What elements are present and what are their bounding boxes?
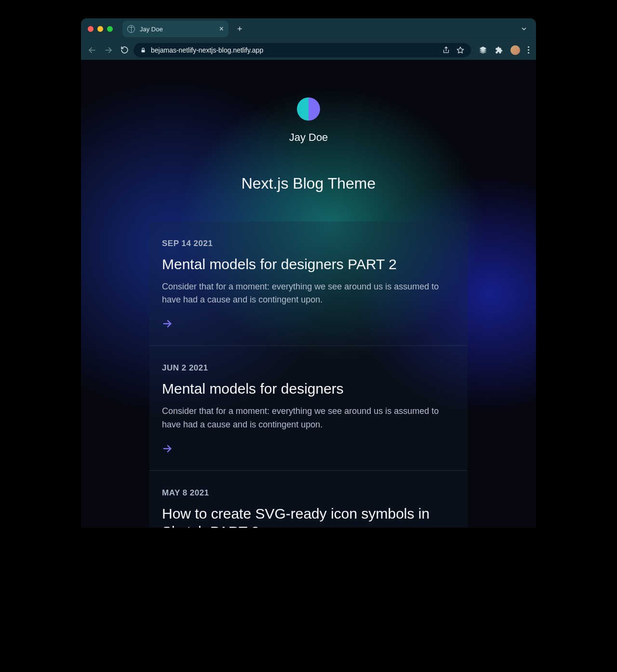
tab-bar: Jay Doe × +: [81, 18, 536, 40]
address-bar[interactable]: bejamas-netlify-nextjs-blog.netlify.app: [134, 43, 471, 57]
reload-button[interactable]: [121, 46, 129, 54]
post-date: SEP 14 2021: [162, 239, 455, 248]
profile-avatar-button[interactable]: [510, 45, 520, 55]
post-card[interactable]: SEP 14 2021 Mental models for designers …: [149, 221, 468, 345]
minimize-window-button[interactable]: [97, 26, 103, 32]
maximize-window-button[interactable]: [107, 26, 113, 32]
post-date: MAY 8 2021: [162, 488, 455, 498]
read-more-arrow-icon[interactable]: [162, 443, 173, 454]
new-tab-button[interactable]: +: [237, 24, 242, 34]
globe-icon: [127, 25, 135, 33]
browser-tab[interactable]: Jay Doe ×: [122, 21, 228, 37]
page-viewport: Jay Doe Next.js Blog Theme SEP 14 2021 M…: [81, 60, 536, 528]
profile-name: Jay Doe: [289, 131, 328, 144]
close-tab-button[interactable]: ×: [219, 25, 224, 33]
post-title: Mental models for designers: [162, 380, 455, 398]
url-text: bejamas-netlify-nextjs-blog.netlify.app: [151, 46, 438, 54]
post-card[interactable]: JUN 2 2021 Mental models for designers C…: [149, 345, 468, 470]
forward-button[interactable]: [104, 46, 113, 55]
avatar: [297, 97, 320, 121]
svg-marker-4: [457, 47, 463, 53]
read-more-arrow-icon[interactable]: [162, 318, 173, 329]
bookmark-star-icon[interactable]: [456, 46, 464, 54]
post-title: Mental models for designers PART 2: [162, 255, 455, 274]
post-excerpt: Consider that for a moment: everything w…: [162, 405, 455, 432]
post-card[interactable]: MAY 8 2021 How to create SVG-ready icon …: [149, 470, 468, 528]
back-button[interactable]: [88, 46, 96, 55]
svg-rect-2: [142, 50, 145, 52]
navigation-controls: [88, 46, 129, 55]
close-window-button[interactable]: [88, 26, 94, 32]
post-excerpt: Consider that for a moment: everything w…: [162, 280, 455, 307]
share-icon[interactable]: [443, 46, 450, 54]
lock-icon: [140, 47, 146, 53]
post-title: How to create SVG-ready icon symbols in …: [162, 505, 455, 528]
url-bar: bejamas-netlify-nextjs-blog.netlify.app: [81, 40, 536, 60]
profile-header: Jay Doe: [81, 97, 536, 144]
tab-title: Jay Doe: [140, 26, 215, 33]
traffic-lights: [88, 26, 113, 32]
extensions-icon[interactable]: [495, 46, 503, 54]
tabs-dropdown-button[interactable]: [521, 26, 527, 32]
page-title: Next.js Blog Theme: [81, 175, 536, 192]
browser-window: Jay Doe × + bejamas-netlify-nextjs-blog.…: [81, 18, 536, 528]
browser-menu-button[interactable]: [528, 46, 529, 54]
extension-buffer-icon[interactable]: [479, 46, 487, 55]
post-list: SEP 14 2021 Mental models for designers …: [149, 221, 468, 528]
post-date: JUN 2 2021: [162, 363, 455, 373]
browser-actions: [479, 45, 529, 55]
